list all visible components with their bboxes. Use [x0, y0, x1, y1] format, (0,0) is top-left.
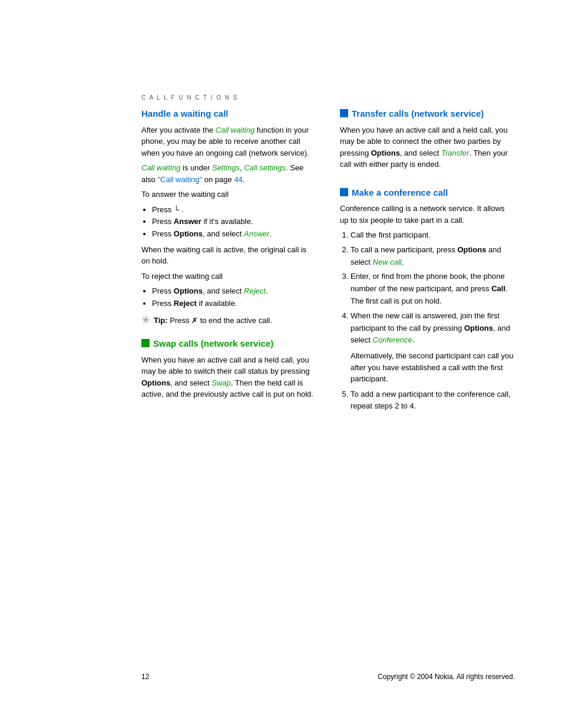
- step-5: To add a new participant to the conferen…: [351, 388, 515, 413]
- to-reject-label: To reject the waiting call: [141, 271, 316, 282]
- content-area: Handle a waiting call After you activate…: [0, 108, 562, 424]
- handle-waiting-call-section: Handle a waiting call After you activate…: [141, 108, 316, 326]
- swap-calls-title: Swap calls (network service): [153, 338, 273, 350]
- handle-waiting-call-p1: After you activate the Call waiting func…: [141, 124, 316, 159]
- transfer-calls-box: [340, 109, 348, 117]
- step4-options-bold: Options: [464, 324, 493, 332]
- answer-bullet-2: Press Answer if it's available.: [152, 216, 316, 228]
- answer-bold: Answer: [174, 217, 201, 226]
- step2-italic: New call: [373, 258, 402, 266]
- tip-icon: ✳: [141, 315, 150, 325]
- conference-call-p1: Conference calling is a network service.…: [340, 203, 515, 226]
- step2-options-bold: Options: [457, 245, 486, 254]
- p2-after1: is under: [180, 163, 211, 172]
- conference-call-title: Make a conference call: [352, 187, 448, 199]
- p2-italic2: Settings: [212, 163, 240, 172]
- footer-copyright: Copyright © 2004 Nokia. All rights reser…: [378, 673, 515, 681]
- p2-page: 44: [234, 175, 242, 184]
- to-answer-label: To answer the waiting call: [141, 189, 316, 200]
- handle-waiting-call-p2: Call waiting is under Settings, Call set…: [141, 162, 316, 185]
- transfer-options-bold: Options: [371, 149, 400, 157]
- p2-link: "Call waiting": [157, 175, 202, 184]
- phone-icon: └ .: [174, 205, 183, 214]
- step-1: Call the first participant.: [351, 229, 515, 242]
- step4-conference-italic: Conference: [373, 335, 412, 344]
- step-3: Enter, or find from the phone book, the …: [351, 271, 515, 307]
- reject-italic: Reject: [244, 286, 266, 295]
- answer-italic: Answer: [244, 229, 269, 238]
- tip-text: Tip: Press ✗ to end the active call.: [154, 315, 272, 327]
- p2-italic3: Call settings: [244, 163, 286, 172]
- answer-bullet-1: Press └ .: [152, 204, 316, 216]
- p2-italic1: Call waiting: [141, 163, 180, 172]
- header-space: [0, 0, 562, 94]
- transfer-calls-title: Transfer calls (network service): [352, 108, 484, 120]
- swap-calls-p1: When you have an active call and a held …: [141, 354, 316, 400]
- left-column: Handle a waiting call After you activate…: [141, 108, 316, 424]
- conference-call-title-container: Make a conference call: [340, 187, 515, 199]
- swap-calls-section: Swap calls (network service) When you ha…: [141, 338, 316, 400]
- swap-options-bold: Options: [141, 378, 170, 387]
- reject-bullet-2: Press Reject if available.: [152, 298, 316, 310]
- conference-call-steps: Call the first participant. To call a ne…: [340, 229, 515, 413]
- p2-period: .: [243, 175, 245, 184]
- transfer-calls-title-container: Transfer calls (network service): [340, 108, 515, 120]
- swap-calls-box: [141, 339, 150, 347]
- chapter-label: C a l l f u n c t i o n s: [0, 94, 562, 108]
- p2-after3: on page: [202, 175, 234, 184]
- when-active-text: When the waiting call is active, the ori…: [141, 244, 316, 267]
- p1-before: After you activate the: [141, 126, 216, 134]
- swap-calls-title-container: Swap calls (network service): [141, 338, 316, 350]
- right-column: Transfer calls (network service) When yo…: [340, 108, 515, 424]
- answer-bullets: Press └ . Press Answer if it's available…: [141, 204, 316, 241]
- conference-call-section: Make a conference call Conference callin…: [340, 187, 515, 413]
- step3-call-bold: Call: [491, 284, 505, 293]
- tip-label: Tip:: [154, 316, 168, 325]
- handle-waiting-call-title: Handle a waiting call: [141, 108, 316, 120]
- step4-sub-paragraph: Alternatively, the second participant ca…: [351, 350, 515, 385]
- transfer-calls-p1: When you have an active call and a held …: [340, 124, 515, 170]
- page: C a l l f u n c t i o n s Handle a waiti…: [0, 0, 562, 728]
- transfer-calls-section: Transfer calls (network service) When yo…: [340, 108, 515, 170]
- options-bold-1: Options: [174, 229, 203, 238]
- page-footer: 12 Copyright © 2004 Nokia. All rights re…: [0, 673, 562, 681]
- conference-call-box: [340, 188, 348, 196]
- options-bold-2: Options: [174, 286, 203, 295]
- p1-italic: Call waiting: [216, 126, 254, 134]
- reject-bold: Reject: [174, 299, 197, 308]
- reject-bullets: Press Options, and select Reject. Press …: [141, 285, 316, 310]
- answer-bullet-3: Press Options, and select Answer.: [152, 228, 316, 241]
- transfer-italic: Transfer: [441, 149, 469, 157]
- swap-italic: Swap: [211, 378, 231, 387]
- step-4: When the new call is answered, join the …: [351, 310, 515, 385]
- tip-box: ✳ Tip: Press ✗ to end the active call.: [141, 315, 316, 327]
- footer-page-number: 12: [141, 673, 149, 681]
- step-2: To call a new participant, press Options…: [351, 244, 515, 269]
- reject-bullet-1: Press Options, and select Reject.: [152, 285, 316, 298]
